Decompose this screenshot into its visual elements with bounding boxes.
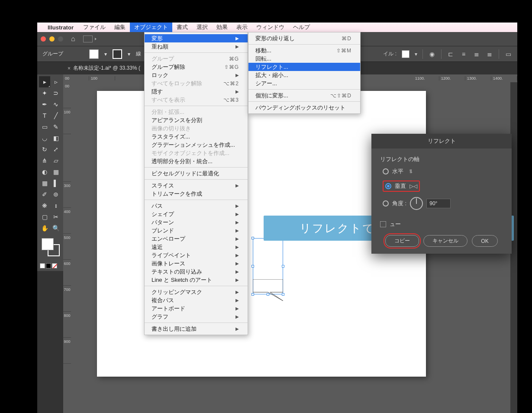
align-icon-2[interactable]: ≣ [486, 50, 493, 58]
symbol-sprayer-tool[interactable]: ❋ [39, 200, 50, 211]
menu-item[interactable]: スライス▶ [145, 181, 248, 190]
selection-tool[interactable]: ▸ [39, 76, 50, 87]
menu-type[interactable]: 書式 [172, 23, 192, 32]
gradient-tool[interactable]: ▌ [50, 177, 61, 189]
mesh-tool[interactable]: ▦ [39, 177, 50, 189]
pen-tool[interactable]: ✒ [39, 99, 50, 110]
free-transform-tool[interactable]: ▱ [50, 155, 61, 166]
menu-item[interactable]: ロック▶ [145, 71, 248, 79]
shape-builder-tool[interactable]: ◐ [39, 166, 50, 177]
gradient-mode-icon[interactable] [46, 263, 51, 268]
type-tool[interactable]: T [39, 110, 50, 121]
menu-view[interactable]: 表示 [232, 23, 252, 32]
align-center-icon[interactable]: ≡ [460, 50, 468, 58]
menu-item[interactable]: 移動...⇧⌘M [248, 46, 360, 55]
handle-ml[interactable] [251, 265, 254, 268]
angle-input[interactable] [426, 199, 451, 208]
menu-item[interactable]: 複合パス▶ [145, 296, 248, 304]
width-tool[interactable]: ⋔ [39, 155, 50, 166]
menu-item[interactable]: 重ね順▶ [145, 42, 248, 51]
globe-icon[interactable]: ◉ [428, 50, 436, 58]
menu-object[interactable]: オブジェクト [130, 23, 172, 32]
lasso-tool[interactable]: ⊃ [50, 87, 61, 99]
menu-item[interactable]: 拡大・縮小... [248, 71, 360, 79]
workspace-switcher[interactable] [83, 35, 93, 42]
artboard-tool[interactable]: ▢ [39, 211, 50, 223]
menu-item[interactable]: バウンディングボックスのリセット [248, 103, 360, 112]
window-minimize-button[interactable] [49, 36, 55, 42]
eraser-tool[interactable]: ◧ [50, 132, 61, 144]
color-mode-icon[interactable] [40, 263, 45, 268]
selected-object[interactable] [253, 238, 283, 294]
menu-item[interactable]: エンベロープ▶ [145, 235, 248, 243]
align-left-icon[interactable]: ⊏ [447, 50, 455, 58]
menu-item[interactable]: パターン▶ [145, 218, 248, 226]
fill-color[interactable] [42, 238, 54, 250]
menu-edit[interactable]: 編集 [110, 23, 130, 32]
menu-item[interactable]: パス▶ [145, 202, 248, 210]
direct-selection-tool[interactable]: ▹ [50, 76, 61, 87]
document-tab-title[interactable]: 名称未設定-1.ai* @ 33.33% ( [73, 65, 140, 72]
menu-window[interactable]: ウィンドウ [252, 23, 289, 32]
angle-dial-icon[interactable] [410, 197, 423, 210]
horizontal-radio-row[interactable]: 水平 ⥮ [383, 168, 503, 175]
zoom-tool[interactable]: 🔍 [50, 223, 61, 234]
style-swatch[interactable] [402, 50, 409, 58]
fill-dropdown-icon[interactable]: ▾ [103, 51, 108, 57]
menu-item[interactable]: リフレクト... [248, 63, 360, 71]
menu-file[interactable]: ファイル [79, 23, 110, 32]
handle-tl[interactable] [251, 237, 254, 239]
menu-item[interactable]: 透明部分を分割・統合... [145, 157, 248, 165]
eyedropper-tool[interactable]: ✐ [39, 189, 50, 200]
hand-tool[interactable]: ✋ [39, 223, 50, 234]
angle-radio-row[interactable]: 角度 : [383, 197, 503, 210]
menu-item[interactable]: 遠近▶ [145, 243, 248, 251]
radio-angle[interactable] [383, 200, 389, 206]
perspective-tool[interactable]: ▦ [50, 166, 61, 177]
menu-item[interactable]: アピアランスを分割 [145, 116, 248, 124]
menu-item[interactable]: グループ解除⇧⌘G [145, 63, 248, 71]
stroke-swatch[interactable] [113, 49, 122, 59]
menu-item[interactable]: 書き出し用に追加▶ [145, 325, 248, 333]
none-mode-icon[interactable] [52, 263, 57, 268]
menu-item[interactable]: Line と Sketch のアート▶ [145, 276, 248, 284]
slice-tool[interactable]: ✂ [50, 211, 61, 223]
window-close-button[interactable] [41, 36, 46, 42]
preview-checkbox[interactable] [380, 221, 386, 227]
menu-effect[interactable]: 効果 [212, 23, 232, 32]
radio-horizontal[interactable] [383, 168, 389, 174]
handle-mr[interactable] [282, 265, 284, 268]
menu-item[interactable]: 変形▶ [145, 34, 248, 42]
vertical-radio-row[interactable]: 垂直 ▷◁ [383, 181, 503, 192]
menu-item[interactable]: テキストの回り込み▶ [145, 268, 248, 276]
menu-item[interactable]: 隠す▶ [145, 87, 248, 96]
menu-item[interactable]: ライブペイント▶ [145, 251, 248, 259]
line-tool[interactable]: ╱ [50, 110, 61, 121]
align-icon[interactable]: ≣ [473, 50, 480, 58]
copy-button[interactable]: コピー [385, 235, 419, 247]
menu-item[interactable]: トリムマークを作成 [145, 190, 248, 198]
magic-wand-tool[interactable]: ✦ [39, 87, 50, 99]
menu-item[interactable]: グラフ▶ [145, 313, 248, 321]
menu-item[interactable]: ピクセルグリッドに最適化 [145, 169, 248, 177]
radio-vertical[interactable] [385, 183, 391, 189]
style-dropdown-icon[interactable]: ▾ [415, 51, 417, 57]
stroke-dropdown-icon[interactable]: ▾ [126, 51, 132, 57]
menu-item[interactable]: クリッピングマスク▶ [145, 288, 248, 296]
preview-row[interactable]: ュー [380, 220, 503, 228]
menu-item[interactable]: 画像トレース▶ [145, 259, 248, 268]
rotate-tool[interactable]: ↻ [39, 144, 50, 155]
blend-tool[interactable]: ⊚ [50, 189, 61, 200]
menu-select[interactable]: 選択 [192, 23, 212, 32]
rectangle-tool[interactable]: ▭ [39, 121, 50, 132]
ok-button[interactable]: OK [472, 235, 497, 247]
tab-close-icon[interactable]: × [68, 65, 71, 71]
column-graph-tool[interactable]: ⫾ [50, 200, 61, 211]
window-maximize-button[interactable] [58, 36, 63, 42]
shaper-tool[interactable]: ◡ [39, 132, 50, 144]
menu-item[interactable]: 個別に変形...⌥⇧⌘D [248, 91, 360, 100]
fill-swatch[interactable] [89, 49, 99, 59]
paintbrush-tool[interactable]: ✎ [50, 121, 61, 132]
menu-help[interactable]: ヘルプ [289, 23, 314, 32]
menu-item[interactable]: グラデーションメッシュを作成... [145, 141, 248, 149]
